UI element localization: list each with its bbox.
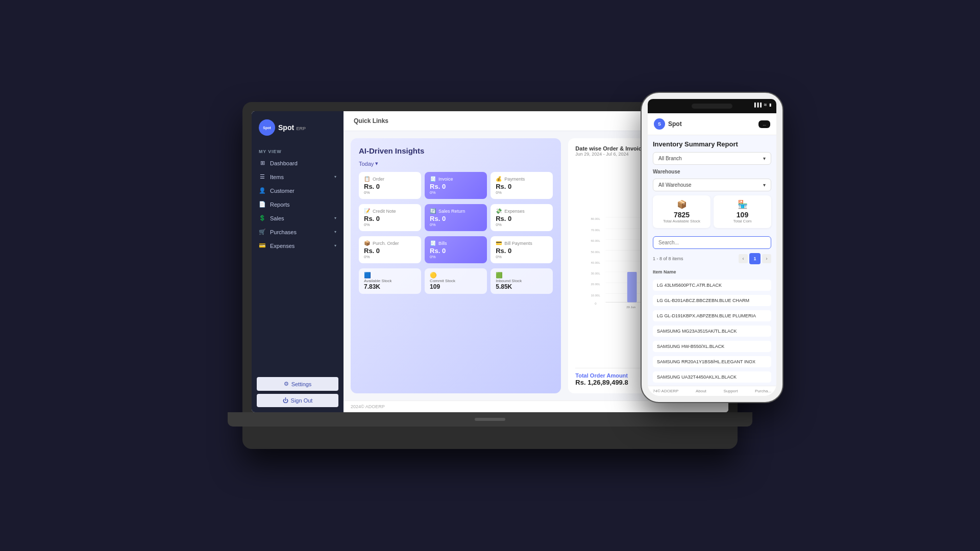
laptop-notch	[475, 418, 505, 421]
svg-text:10.00L: 10.00L	[591, 294, 601, 297]
chevron-down-icon: ▾	[334, 230, 336, 234]
phone-report-title: Inventory Summary Report	[653, 140, 771, 148]
settings-button[interactable]: ⚙ Settings	[257, 377, 338, 391]
footer-purchases[interactable]: Purcha...	[755, 389, 771, 393]
metric-bills: 🧾Bills Rs. 0 0%	[425, 236, 487, 263]
list-item: LG GL-D191KBPX.ABPZEBN.BLUE PLUMERIA	[653, 310, 771, 321]
purchases-icon: 🛒	[259, 229, 266, 235]
svg-text:60.00L: 60.00L	[591, 239, 601, 242]
chevron-down-icon: ▾	[763, 156, 766, 161]
phone-header: S Spot ...	[648, 113, 776, 135]
phone-logo-circle: S	[654, 118, 665, 130]
sidebar-item-label: Reports	[270, 202, 290, 208]
svg-text:40.00L: 40.00L	[591, 261, 601, 264]
phone-shell: ▐▐▐ ≋ ▮ S Spot ... Inventory Summary Rep…	[641, 92, 783, 403]
footer-copyright: 74© ADOERP	[653, 389, 678, 393]
sidebar-item-purchases[interactable]: 🛒 Purchases ▾	[252, 225, 344, 239]
laptop-base	[228, 412, 752, 427]
metric-credit-note: 📝Credit Note Rs. 0 0%	[359, 204, 421, 231]
sidebar-item-customer[interactable]: 👤 Customer	[252, 184, 344, 197]
chevron-down-icon: ▾	[334, 174, 336, 179]
phone-stat-available: 📦 7825 Total Available Stock	[653, 195, 710, 228]
phone-status-icons: ▐▐▐ ≋ ▮	[753, 103, 771, 107]
list-item: LG 43LM5600PTC.ATR.BLACK	[653, 280, 771, 291]
gear-icon: ⚙	[284, 381, 289, 387]
metric-expenses: 💸Expenses Rs. 0 0%	[491, 204, 553, 231]
phone-branch-select[interactable]: All Branch ▾	[653, 152, 771, 165]
sales-icon: 💲	[259, 215, 266, 221]
sidebar-item-label: Sales	[270, 215, 284, 221]
svg-text:29 Jun: 29 Jun	[627, 306, 636, 309]
phone-search-input[interactable]	[653, 236, 771, 249]
insights-title: AI-Driven Insights	[359, 146, 553, 155]
phone-stat-commit: 🏪 109 Total Com	[714, 195, 771, 228]
prev-page-button[interactable]: ‹	[739, 254, 748, 263]
metric-invoice: 🧾Invoice Rs. 0 0%	[425, 172, 487, 199]
sidebar-item-expenses[interactable]: 💳 Expenses ▾	[252, 239, 344, 253]
sidebar-item-label: Purchases	[270, 229, 297, 235]
footer-support[interactable]: Support	[723, 389, 738, 393]
footer-about[interactable]: About	[696, 389, 706, 393]
svg-text:0: 0	[595, 302, 597, 305]
sidebar-bottom: ⚙ Settings ⏻ Sign Out	[252, 372, 344, 412]
sidebar: Spot Spot ERP MY VIEW ⊞ Dashboard ☰ Item…	[252, 111, 344, 412]
expenses-icon: 💳	[259, 242, 266, 249]
list-item: SAMSUNG UA32T4450AKLXL.BLACK	[653, 371, 771, 383]
chevron-down-icon: ▾	[763, 182, 766, 188]
svg-text:20.00L: 20.00L	[591, 283, 601, 286]
phone-header-button[interactable]: ...	[758, 120, 770, 128]
phone-screen: S Spot ... Inventory Summary Report All …	[648, 113, 776, 396]
sidebar-item-reports[interactable]: 📄 Reports	[252, 197, 344, 211]
phone-pagination: 1 - 8 of 8 items ‹ 1 ›	[653, 253, 771, 264]
available-stock-icon: 📦	[677, 199, 687, 209]
customer-icon: 👤	[259, 187, 266, 194]
logo-erp: ERP	[297, 126, 306, 131]
svg-text:70.00L: 70.00L	[591, 229, 601, 232]
items-icon: ☰	[259, 173, 266, 180]
sidebar-item-sales[interactable]: 💲 Sales ▾	[252, 211, 344, 225]
metric-bill-payments: 💳Bill Payments Rs. 0 0%	[491, 236, 553, 263]
svg-text:80.00L: 80.00L	[591, 217, 601, 220]
phone-notch-bar: ▐▐▐ ≋ ▮	[648, 99, 776, 113]
phone-notch-pill	[692, 104, 732, 109]
battery-icon: ▮	[769, 103, 771, 107]
list-item: LG GL-B201ABCZ.BBCZEBN.BLUE CHARM	[653, 295, 771, 306]
sidebar-item-dashboard[interactable]: ⊞ Dashboard	[252, 156, 344, 170]
logo-letter: Spot	[263, 126, 271, 130]
phone-logo-text: Spot	[668, 120, 755, 128]
next-page-button[interactable]: ›	[762, 254, 771, 263]
phone-warehouse-select[interactable]: All Warehouse ▾	[653, 179, 771, 191]
warehouse-label: Warehouse	[653, 169, 771, 174]
svg-text:50.00L: 50.00L	[591, 251, 601, 254]
list-item: SAMSUMG MG23A3515AK/TL.BLACK	[653, 325, 771, 337]
phone-list-header: Item Name	[653, 268, 771, 276]
svg-text:30.00L: 30.00L	[591, 272, 601, 275]
current-page-button[interactable]: 1	[749, 253, 761, 264]
metric-grid-row2: 📝Credit Note Rs. 0 0% 🔄Sales Return Rs. …	[359, 204, 553, 231]
phone-stats-row: 📦 7825 Total Available Stock 🏪 109 Total…	[653, 195, 771, 228]
sidebar-logo: Spot Spot ERP	[252, 111, 344, 144]
signout-button[interactable]: ⏻ Sign Out	[257, 394, 338, 407]
signal-icon: ▐▐▐	[753, 103, 762, 107]
logo-circle: Spot	[259, 119, 275, 136]
sidebar-section-label: MY VIEW	[252, 144, 344, 156]
phone-footer: 74© ADOERP About Support Purcha...	[648, 386, 776, 396]
today-label: Today ▾	[359, 160, 553, 167]
metric-sales-return: 🔄Sales Return Rs. 0 0%	[425, 204, 487, 231]
metric-grid-row3: 📦Purch. Order Rs. 0 0% 🧾Bills Rs. 0 0% 💳…	[359, 236, 553, 263]
pagination-info: 1 - 8 of 8 items	[653, 256, 683, 261]
stock-row: 🟦 Available Stock 7.83K 🟡 Commit Stock 1…	[359, 268, 553, 294]
list-item: SAMSUNG HW-B550/XL.BLACK	[653, 341, 771, 352]
metric-payments: 💰Payments Rs. 0 0%	[491, 172, 553, 199]
wifi-icon: ≋	[764, 103, 767, 107]
laptop-shell: Spot Spot ERP MY VIEW ⊞ Dashboard ☰ Item…	[242, 102, 738, 449]
sidebar-item-label: Customer	[270, 188, 295, 194]
svg-rect-18	[627, 272, 637, 302]
dashboard-icon: ⊞	[259, 160, 266, 166]
reports-icon: 📄	[259, 201, 266, 208]
sidebar-item-items[interactable]: ☰ Items ▾	[252, 170, 344, 184]
sidebar-item-label: Expenses	[270, 243, 295, 249]
power-icon: ⏻	[283, 397, 288, 404]
phone-body: Inventory Summary Report All Branch ▾ Wa…	[648, 135, 776, 386]
sidebar-item-label: Dashboard	[270, 160, 298, 166]
